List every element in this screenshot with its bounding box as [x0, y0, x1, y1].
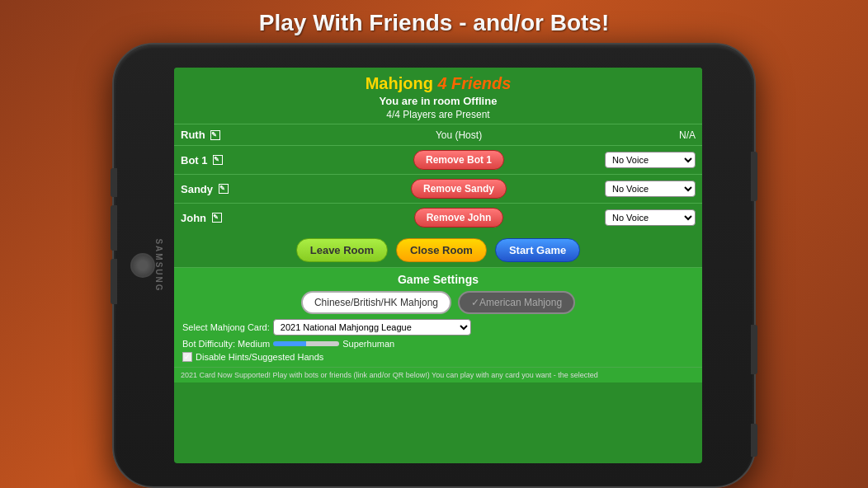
voice-select-john[interactable]: No Voice Voice 1 Voice 2	[605, 209, 696, 226]
phone-side-btn-3[interactable]	[111, 259, 117, 304]
edit-icon[interactable]: ✎	[210, 130, 220, 140]
card-label: Select Mahjong Card:	[182, 322, 270, 332]
footer-text: 2021 Card Now Supported! Play with bots …	[174, 367, 702, 382]
player-na-ruth: N/A	[578, 124, 702, 146]
leave-room-button[interactable]: Leave Room	[296, 238, 388, 262]
host-label: You (Host)	[436, 129, 482, 141]
remove-john-button[interactable]: Remove John	[414, 208, 504, 228]
mahjong-type-buttons: Chinese/British/HK Mahjong ✓American Mah…	[182, 291, 694, 314]
american-mahjong-button[interactable]: ✓American Mahjong	[458, 291, 575, 314]
game-settings-section: Game Settings Chinese/British/HK Mahjong…	[174, 267, 702, 367]
player-name-sandy: Sandy ✎	[174, 175, 339, 204]
player-action-sandy: Remove Sandy	[339, 175, 578, 204]
voice-select-sandy[interactable]: No Voice Voice 1 Voice 2	[605, 181, 696, 197]
game-title-mahjong: Mahjong	[366, 74, 433, 92]
chinese-mahjong-button[interactable]: Chinese/British/HK Mahjong	[301, 291, 451, 314]
game-title: Mahjong 4 Friends	[178, 74, 698, 93]
difficulty-label: Bot Difficulty: Medium	[182, 339, 270, 349]
table-row: John ✎ Remove John No Voice Voice 1 Voic…	[174, 204, 702, 232]
action-buttons-row: Leave Room Close Room Start Game	[174, 232, 702, 267]
player-voice-john: No Voice Voice 1 Voice 2	[578, 204, 702, 232]
hints-row: ✓ Disable Hints/Suggested Hands	[182, 352, 694, 362]
player-table: Ruth ✎ You (Host) N/A Bot 1 ✎ Remove Bot…	[174, 124, 702, 232]
phone-camera	[130, 253, 155, 278]
remove-sandy-button[interactable]: Remove Sandy	[411, 179, 507, 199]
hints-checkbox[interactable]: ✓	[182, 352, 192, 362]
edit-icon[interactable]: ✎	[219, 184, 229, 194]
player-action-bot1: Remove Bot 1	[339, 146, 578, 175]
settings-title: Game Settings	[182, 273, 694, 286]
table-row: Sandy ✎ Remove Sandy No Voice Voice 1 Vo…	[174, 175, 702, 204]
edit-icon[interactable]: ✎	[213, 155, 223, 165]
edit-icon[interactable]: ✎	[212, 213, 222, 223]
difficulty-slider[interactable]	[273, 341, 339, 346]
card-select-dropdown[interactable]: 2021 National Mahjongg League 2020 Natio…	[273, 319, 471, 336]
card-select-row: Select Mahjong Card: 2021 National Mahjo…	[182, 319, 694, 336]
samsung-label: SAMSUNG	[154, 238, 163, 292]
phone-right-btn-3[interactable]	[751, 424, 757, 457]
close-room-button[interactable]: Close Room	[396, 238, 487, 262]
difficulty-right: Superhuman	[342, 339, 394, 349]
player-voice-bot1: No Voice Voice 1 Voice 2	[578, 146, 702, 175]
phone-side-btn-1[interactable]	[111, 168, 117, 197]
table-row: Bot 1 ✎ Remove Bot 1 No Voice Voice 1 Vo…	[174, 146, 702, 175]
room-status: You are in room Offline	[178, 95, 698, 107]
player-role-ruth: You (Host)	[339, 124, 578, 146]
phone-right-btn-1[interactable]	[751, 152, 757, 201]
remove-bot1-button[interactable]: Remove Bot 1	[413, 150, 504, 170]
phone-side-btn-2[interactable]	[111, 205, 117, 251]
player-action-john: Remove John	[339, 204, 578, 232]
game-header: Mahjong 4 Friends You are in room Offlin…	[174, 68, 702, 124]
players-status: 4/4 Players are Present	[178, 109, 698, 120]
start-game-button[interactable]: Start Game	[495, 238, 580, 262]
phone-right-btn-2[interactable]	[751, 325, 757, 374]
page-title: Play With Friends - and/or Bots!	[0, 0, 868, 43]
player-name-john: John ✎	[174, 204, 339, 232]
player-name-bot1: Bot 1 ✎	[174, 146, 339, 175]
table-row: Ruth ✎ You (Host) N/A	[174, 124, 702, 146]
player-voice-sandy: No Voice Voice 1 Voice 2	[578, 175, 702, 204]
player-name-ruth: Ruth ✎	[174, 124, 339, 146]
voice-select-bot1[interactable]: No Voice Voice 1 Voice 2	[605, 152, 696, 168]
game-title-friends: 4 Friends	[437, 74, 511, 92]
hints-label: Disable Hints/Suggested Hands	[196, 352, 323, 362]
phone-screen: Mahjong 4 Friends You are in room Offlin…	[174, 68, 702, 463]
difficulty-row: Bot Difficulty: Medium Superhuman	[182, 339, 694, 349]
na-value: N/A	[679, 129, 696, 141]
